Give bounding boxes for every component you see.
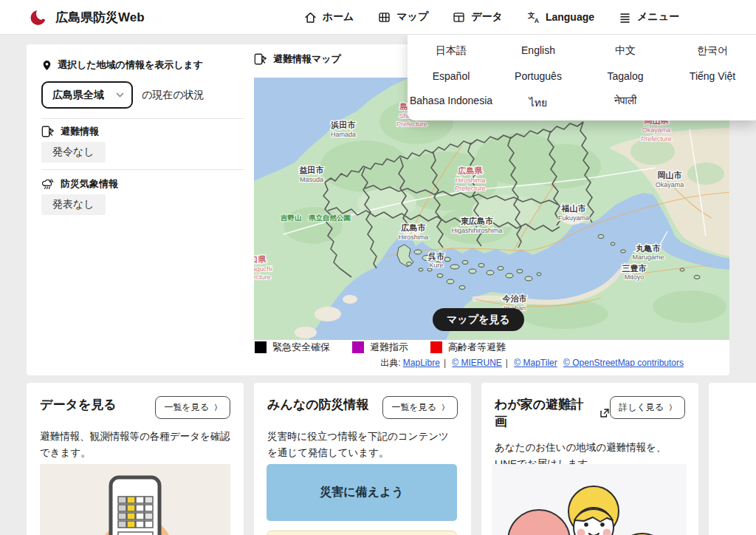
region-select-value: 広島県全域 (52, 89, 104, 102)
chevron-right-icon: 〉 (669, 403, 676, 413)
nav-language-label: Language (546, 11, 594, 23)
map-label-yamaguchi-en: Yamaguchi (254, 265, 272, 273)
map-label-okayama-pref-en: Okayama (642, 126, 671, 134)
menu-icon (618, 10, 632, 24)
map-label-higashihiroshima: 東広島市 (460, 217, 493, 225)
region-heading: 選択した地域の情報を表示します (58, 58, 203, 72)
attribution-separator: | (444, 358, 446, 368)
nav-data-label: データ (471, 10, 503, 24)
see-details-button[interactable]: 詳しく見る 〉 (610, 396, 685, 419)
card-title-bousai: みんなの防災情報 (267, 396, 369, 413)
card-title-data: データを見る (40, 396, 117, 413)
nav-home-label: ホーム (323, 10, 354, 24)
lang-nepali[interactable]: नेपाली (582, 95, 669, 111)
data-card-illustration (40, 464, 230, 535)
card-view-data: データを見る 一覧を見る 〉 避難情報、観測情報等の各種データを確認できます。 (27, 383, 244, 535)
weather-info-label: 防災気象情報 (61, 177, 118, 191)
legend-label: 緊急安全確保 (272, 341, 330, 354)
nav-map-label: マップ (396, 10, 428, 24)
legend-evacuation-order: 避難指示 (352, 341, 408, 354)
legend-swatch-magenta (352, 341, 364, 353)
weather-info-heading: 防災気象情報 (41, 177, 118, 191)
map-label-kure-en: Kure (429, 262, 443, 269)
lang-tagalog[interactable]: Tagalog (582, 70, 669, 82)
data-table-icon (452, 10, 466, 24)
nav-menu-label: メニュー (637, 10, 679, 24)
card-title-plan: わが家の避難計画 (495, 396, 610, 430)
view-map-button[interactable]: マップを見る (433, 308, 524, 331)
lang-vietnamese[interactable]: Tiếng Việt (669, 70, 756, 82)
map-label-yamaguchi-en2: Prefecture (254, 273, 271, 281)
view-list-button-data[interactable]: 一覧を見る 〉 (155, 396, 230, 419)
nav-data[interactable]: データ (452, 10, 503, 24)
legend-swatch-red (430, 341, 442, 353)
site-logo[interactable]: 広島県防災Web (30, 7, 145, 27)
legend-label: 高齢者等避難 (448, 341, 506, 354)
map-section-heading: 避難情報マップ (254, 52, 341, 66)
card-desc-data: 避難情報、観測情報等の各種データを確認できます。 (40, 429, 230, 462)
view-list-button-bousai[interactable]: 一覧を見る 〉 (382, 396, 458, 419)
map-legend: 緊急安全確保 避難指示 高齢者等避難 (255, 341, 506, 354)
map-label-marugame-en: Marugame (632, 253, 664, 261)
evacuation-info-heading: 避難情報 (41, 125, 99, 138)
map-label-okayama-city-en: Okayama (656, 181, 684, 188)
map-label-imabari: 今治市 (502, 294, 527, 303)
family-drawing (492, 464, 687, 535)
map-grid-icon (377, 10, 391, 24)
lang-japanese[interactable]: 日本語 (408, 44, 495, 58)
nav-menu[interactable]: メニュー (618, 10, 679, 24)
external-link-icon (599, 408, 610, 418)
card-head: データを見る 一覧を見る 〉 (40, 396, 230, 419)
card-head: わが家の避難計画 詳しく見る 〉 (495, 396, 685, 430)
map-label-okayama-pref-en2: Prefecture (641, 135, 672, 143)
weather-alert-icon (41, 177, 55, 191)
region-select-suffix: の現在の状況 (142, 89, 205, 102)
legend-label: 避難指示 (370, 341, 408, 354)
map-label-yamaguchi: 山口県 (254, 255, 267, 264)
legend-emergency-safety: 緊急安全確保 (255, 341, 330, 354)
region-select[interactable]: 広島県全域 (41, 81, 133, 109)
app-header: 広島県防災Web ホーム マップ データ (0, 0, 756, 35)
main-nav: ホーム マップ データ 文 A Language (303, 0, 679, 34)
lang-chinese[interactable]: 中文 (582, 44, 669, 58)
lang-spanish[interactable]: Español (408, 70, 495, 82)
attribution-maplibre-link[interactable]: MapLibre (403, 358, 440, 368)
map-label-hiroshima-pref-en: Hiroshima (456, 177, 486, 184)
nav-map[interactable]: マップ (377, 10, 428, 24)
map-label-hiroshima-pref-en2: Prefecture (455, 185, 486, 192)
lang-indonesian[interactable]: Bahasa Indonesia (408, 95, 495, 111)
button-label: 一覧を見る (391, 401, 436, 414)
map-label-kure: 呉市 (427, 252, 444, 262)
prepare-for-disaster-button[interactable]: 災害に備えよう (267, 464, 457, 521)
map-section-title: 避難情報マップ (273, 52, 341, 66)
button-label: 詳しく見る (619, 401, 664, 414)
map-label-shimane-en2: Prefecture (396, 120, 427, 128)
chevron-right-icon: 〉 (441, 403, 449, 413)
location-pin-icon (41, 60, 52, 71)
nav-language[interactable]: 文 A Language (526, 10, 594, 24)
evacuation-icon (41, 125, 55, 138)
crescent-logo-icon (30, 7, 49, 27)
svg-text:A: A (535, 17, 539, 24)
card-bousai-info: みんなの防災情報 一覧を見る 〉 災害時に役立つ情報を下記のコンテンツを通じて発… (254, 383, 471, 535)
lang-english[interactable]: English (495, 44, 582, 58)
lang-thai[interactable]: ไทย (495, 95, 582, 111)
attribution-prefix: 出典: (380, 358, 400, 368)
attribution-mierune-link[interactable]: © MIERUNE (452, 358, 502, 368)
weather-status-badge: 発表なし (41, 194, 106, 215)
map-label-hiroshima-pref: 広島県 (458, 166, 484, 175)
map-label-fukuyama: 福山市 (561, 204, 586, 213)
lang-portuguese[interactable]: Português (495, 70, 582, 82)
attribution-osm-link[interactable]: © OpenStreetMap contributors (563, 358, 684, 368)
lang-korean[interactable]: 한국어 (669, 44, 756, 58)
attribution-maptiler-link[interactable]: © MapTiler (514, 358, 557, 368)
next-content-box[interactable] (267, 531, 457, 535)
family-illustration (492, 464, 687, 535)
map-attribution: 出典: MapLibre| © MIERUNE| © MapTiler © Op… (254, 357, 729, 369)
divider (41, 169, 244, 170)
attribution-separator: | (506, 358, 508, 368)
nav-home[interactable]: ホーム (303, 10, 354, 24)
legend-swatch-black (255, 341, 267, 353)
map-label-higashihiroshima-en: Higashihiroshima (451, 227, 502, 234)
divider (41, 118, 244, 119)
